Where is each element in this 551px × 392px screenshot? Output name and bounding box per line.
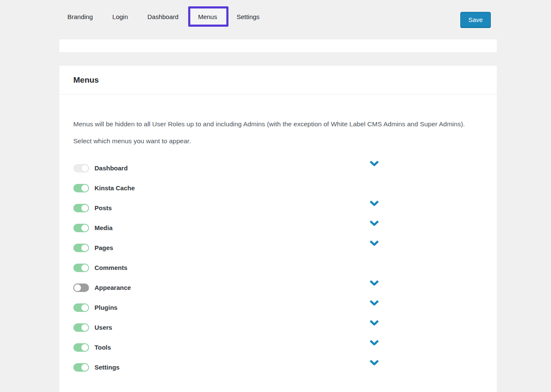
menu-label-plugins: Plugins [95, 304, 117, 311]
settings-tab-bar: BrandingLoginDashboardMenusSettings [67, 0, 259, 33]
toggle-knob [81, 363, 89, 372]
panel-body: Menus will be hidden to all User Roles u… [59, 95, 497, 377]
menu-row-comments: Comments [73, 258, 483, 278]
toggle-dashboard[interactable] [73, 164, 89, 172]
tab-login[interactable]: Login [112, 13, 128, 20]
menu-label-appearance: Appearance [95, 284, 131, 291]
toggle-tools[interactable] [73, 343, 89, 352]
menu-label-users: Users [95, 324, 112, 331]
toggle-settings[interactable] [73, 363, 89, 372]
toggle-media[interactable] [73, 224, 89, 232]
menu-row-settings: Settings [73, 357, 483, 377]
menu-row-plugins: Plugins [73, 297, 483, 317]
toggle-pages[interactable] [73, 244, 89, 252]
toggle-knob [73, 284, 82, 292]
menus-description: Menus will be hidden to all User Roles u… [73, 117, 480, 131]
toggle-appearance[interactable] [73, 284, 89, 292]
menu-label-media: Media [95, 224, 113, 231]
menu-row-tools: Tools [73, 337, 483, 357]
menu-row-appearance: Appearance [73, 278, 483, 297]
menu-label-pages: Pages [95, 244, 113, 251]
toggle-posts[interactable] [73, 204, 89, 212]
menu-row-users: Users [73, 317, 483, 337]
menus-panel: Menus Menus will be hidden to all User R… [59, 66, 497, 392]
toggle-knob [81, 204, 89, 212]
save-button[interactable]: Save [460, 12, 491, 28]
tab-dashboard[interactable]: Dashboard [147, 13, 178, 20]
menu-row-kinsta-cache: Kinsta Cache [73, 178, 483, 198]
chevron-down-icon[interactable] [369, 240, 379, 247]
toggle-knob [81, 323, 89, 332]
toggle-knob [81, 343, 89, 352]
menu-row-posts: Posts [73, 198, 483, 218]
panel-title: Menus [59, 66, 497, 95]
chevron-down-icon[interactable] [369, 280, 379, 286]
toggle-plugins[interactable] [73, 303, 89, 312]
toggle-kinsta-cache[interactable] [73, 184, 89, 192]
chevron-down-icon[interactable] [369, 359, 379, 366]
menu-label-comments: Comments [95, 264, 128, 271]
tab-label: Branding [67, 13, 93, 20]
tab-menus[interactable]: Menus [198, 13, 217, 20]
menu-row-dashboard: Dashboard [73, 158, 483, 178]
tab-settings[interactable]: Settings [237, 13, 259, 20]
toggle-knob [81, 164, 89, 172]
toggle-knob [81, 224, 89, 232]
toggle-knob [81, 184, 89, 192]
toggle-knob [81, 303, 89, 312]
tab-label: Login [112, 13, 128, 20]
menu-list: DashboardKinsta CachePostsMediaPagesComm… [73, 158, 483, 377]
toggle-users[interactable] [73, 323, 89, 332]
toggle-knob [81, 244, 89, 252]
chevron-down-icon[interactable] [369, 160, 379, 167]
menu-row-pages: Pages [73, 238, 483, 258]
chevron-down-icon[interactable] [369, 220, 379, 227]
tab-branding[interactable]: Branding [67, 13, 93, 20]
content-strip [59, 39, 497, 52]
menu-label-tools: Tools [95, 344, 111, 351]
chevron-down-icon[interactable] [369, 320, 379, 326]
chevron-down-icon[interactable] [369, 200, 379, 207]
tab-label: Settings [237, 13, 259, 20]
tab-label: Menus [198, 13, 217, 20]
menu-label-posts: Posts [95, 204, 112, 211]
menu-label-kinsta-cache: Kinsta Cache [95, 184, 135, 192]
menu-label-dashboard: Dashboard [95, 164, 128, 172]
menu-label-settings: Settings [95, 364, 120, 371]
toggle-knob [81, 264, 89, 272]
toggle-comments[interactable] [73, 264, 89, 272]
white-label-cms-settings-page: BrandingLoginDashboardMenusSettings Save… [0, 0, 551, 392]
menus-instruction: Select which menus you want to appear. [73, 134, 480, 147]
chevron-down-icon[interactable] [369, 300, 379, 306]
tab-label: Dashboard [147, 13, 178, 20]
menu-row-media: Media [73, 218, 483, 238]
chevron-down-icon[interactable] [369, 339, 379, 346]
